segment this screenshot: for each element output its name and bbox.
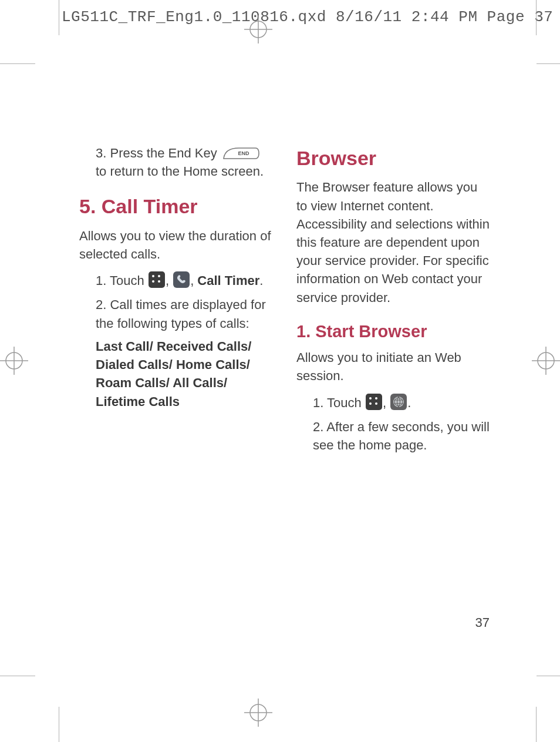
comma: ,	[166, 273, 173, 288]
apps-grid-icon	[366, 394, 382, 410]
period: .	[407, 395, 411, 410]
crop-mark	[0, 63, 35, 64]
svg-point-13	[393, 397, 404, 407]
page-number: 37	[475, 615, 490, 630]
body-text: The Browser feature allows you to view I…	[296, 178, 490, 307]
step-item: 3. Press the End Key END to return to th…	[79, 144, 273, 180]
menu-label: Call Timer	[197, 273, 259, 288]
step-text: 3. Press the End Key	[96, 146, 221, 160]
section-heading: 5. Call Timer	[79, 192, 273, 220]
crop-mark	[537, 676, 560, 676]
body-text: Allows you to initiate an Web session.	[296, 348, 490, 385]
call-types-list: Last Call/ Received Calls/ Dialed Calls/…	[79, 337, 273, 411]
section-heading: Browser	[296, 144, 490, 172]
step-item: 1. Touch , , Call Timer.	[79, 271, 273, 290]
body-text: Allows you to view the duration of selec…	[79, 227, 273, 263]
crop-mark	[536, 0, 537, 35]
crop-mark	[59, 0, 59, 35]
step-text: 1. Touch	[96, 273, 148, 288]
end-key-icon: END	[221, 146, 260, 161]
crop-mark	[0, 676, 35, 676]
crop-mark	[536, 707, 537, 742]
subsection-heading: 1. Start Browser	[296, 320, 490, 344]
step-item: 2. After a few seconds, you will see the…	[296, 418, 490, 454]
registration-mark-icon	[532, 347, 560, 375]
step-text: 1. Touch	[313, 395, 365, 410]
step-text: 2. After a few seconds, you will see the…	[313, 419, 490, 452]
slug-line: LG511C_TRF_Eng1.0_110816.qxd 8/16/11 2:4…	[62, 8, 560, 26]
registration-mark-icon	[244, 15, 272, 43]
registration-mark-icon	[244, 699, 272, 727]
period: .	[259, 273, 263, 288]
browser-globe-icon	[390, 394, 407, 410]
comma: ,	[383, 395, 390, 410]
step-item: 1. Touch , .	[296, 394, 490, 412]
call-log-icon	[173, 271, 190, 288]
registration-mark-icon	[0, 347, 28, 375]
crop-mark	[59, 707, 59, 742]
left-column: 3. Press the End Key END to return to th…	[79, 144, 273, 459]
page-content: 3. Press the End Key END to return to th…	[79, 144, 490, 459]
step-text: 2. Call times are displayed for the foll…	[96, 297, 266, 330]
comma: ,	[190, 273, 197, 288]
step-item: 2. Call times are displayed for the foll…	[79, 296, 273, 332]
right-column: Browser The Browser feature allows you t…	[296, 144, 490, 459]
step-text: to return to the Home screen.	[96, 164, 264, 179]
apps-grid-icon	[149, 271, 165, 288]
svg-text:END: END	[238, 150, 249, 156]
crop-mark	[537, 63, 560, 64]
